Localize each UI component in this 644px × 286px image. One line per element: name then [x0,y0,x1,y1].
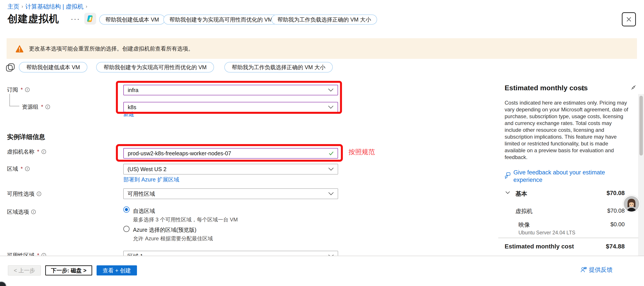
feedback-bubbles-icon [504,172,511,179]
required-asterisk: * [21,87,23,93]
cost-vm-label: 虚拟机 [516,207,532,215]
total-cost-label: Estimated monthly cost [504,243,574,250]
radio-self-desc: 最多选择 3 个可用性区域，每个区域一台 VM [133,216,238,223]
availability-zone-label: 可用性区域 [7,252,34,256]
warning-banner: 更改基本选项可能会重置所做的选择。创建虚拟机前查看所有选项。 [6,38,637,59]
region-label-row: 区域 * i [7,165,30,172]
radio-self-selected-zones[interactable] [123,206,130,213]
review-create-button[interactable]: 查看 + 创建 [96,265,137,275]
copilot-icon [86,15,94,23]
info-icon[interactable]: i [25,87,30,92]
info-icon[interactable]: i [25,166,30,171]
cost-basic-value: $70.08 [571,190,625,197]
annotation-rect-vm-name [116,144,343,162]
estimate-feedback-link[interactable]: Give feedback about your estimate experi… [514,169,621,184]
availability-options-value: 可用性区域 [128,190,328,197]
deploy-extended-zone-link[interactable]: 部署到 Azure 扩展区域 [123,176,179,183]
copilot-button[interactable] [84,13,96,25]
expand-basic-button[interactable] [505,191,510,195]
create-vm-page: { "breadcrumb": { "home": "主页", "section… [0,0,644,286]
info-icon[interactable]: i [42,149,46,154]
suggestion-pill2-high-availability[interactable]: 帮助我创建专为实现高可用性而优化的 VM [96,62,214,73]
collapse-panel-button[interactable] [631,85,636,91]
close-button[interactable] [622,12,636,26]
availability-zone-select[interactable]: 区域 1 [123,251,338,256]
required-asterisk: * [37,252,39,256]
instance-details-heading: 实例详细信息 [7,133,45,141]
tree-connector-vertical [10,94,10,106]
cost-basic-label: 基本 [516,190,527,198]
breadcrumb-separator: › [19,4,25,10]
breadcrumb-section[interactable]: 计算基础结构 | 虚拟机 [25,3,84,11]
subscription-label: 订阅 [7,86,18,93]
resource-group-label-row: 资源组 * i [22,103,50,111]
give-feedback-link[interactable]: 提供反馈 [589,266,612,274]
collapse-icon [631,85,636,90]
required-asterisk: * [37,148,39,155]
tree-connector-horizontal [10,106,19,106]
estimated-costs-title: Estimated monthly costs [504,84,588,92]
page-title: 创建虚拟机 [8,12,59,26]
suggestion-pill-right-size[interactable]: 帮助我为工作负载选择正确的 VM 大小 [271,15,377,25]
annotation-text: 按照规范 [348,148,375,157]
vm-name-label: 虚拟机名称 [7,148,34,155]
info-icon[interactable]: i [581,86,586,91]
vm-name-label-row: 虚拟机名称 * i [7,148,46,155]
region-value: (US) West US 2 [128,166,328,172]
required-asterisk: * [41,104,43,110]
chevron-down-icon [505,191,510,194]
info-icon[interactable]: i [37,192,41,196]
resource-group-label: 资源组 [22,103,38,111]
breadcrumb-home[interactable]: 主页 [8,3,19,11]
availability-options-select[interactable]: 可用性区域 [123,188,338,199]
total-cost-value: $74.88 [571,243,625,250]
next-disks-button[interactable]: 下一步: 磁盘 > [45,265,92,275]
avatar [624,196,639,211]
breadcrumb: 主页 › 计算基础结构 | 虚拟机 › [8,3,90,11]
info-icon[interactable]: i [31,209,36,214]
more-menu-button[interactable]: ··· [71,15,80,23]
availability-options-label: 可用性选项 [7,190,34,197]
radio-azure-label[interactable]: Azure 选择的区域(预览版) [133,226,196,233]
copilot-outline-icon [5,62,15,73]
availability-zone-value: 区域 1 [128,253,328,256]
suggestion-pill-high-availability[interactable]: 帮助我创建专为实现高可用性而优化的 VM [163,15,278,25]
subscription-label-row: 订阅 * i [7,86,30,93]
suggestion-pill2-right-size[interactable]: 帮助我为工作负载选择正确的 VM 大小 [224,62,333,73]
breadcrumb-separator: › [84,4,89,10]
cost-image-subtext: Ubuntu Server 24.04 LTS [518,230,575,236]
cost-vm-value: $70.08 [571,207,625,214]
region-label: 区域 [7,165,18,172]
zone-options-label-row: 区域选项 i [7,208,36,215]
estimate-feedback-row: Give feedback about your estimate experi… [504,169,628,184]
copilot-outline-button[interactable] [5,62,15,73]
close-icon [626,16,632,23]
info-icon[interactable]: i [42,253,46,256]
previous-button[interactable]: < 上一步 [8,265,41,275]
feedback-person-icon [580,267,587,273]
scrollbar-thumb[interactable] [640,96,643,156]
chevron-down-icon [328,167,334,171]
warning-text: 更改基本选项可能会重置所做的选择。创建虚拟机前查看所有选项。 [29,45,194,52]
give-feedback-row[interactable]: 提供反馈 [580,266,612,274]
availability-options-label-row: 可用性选项 i [7,190,41,197]
radio-self-label[interactable]: 自选区域 [133,207,155,215]
clipped-form-row: 可用性区域 * i 区域 1 [0,248,490,256]
suggestion-pill2-low-cost[interactable]: 帮助我创建低成本 VM [19,62,87,73]
required-asterisk: * [21,166,23,172]
avatar-illustration [624,196,639,211]
annotation-rect-subscription [116,81,342,114]
zone-options-label: 区域选项 [7,208,29,215]
chevron-down-icon [328,192,334,195]
cost-image-value: $0.00 [571,221,625,228]
availability-zone-label-row: 可用性区域 * i [7,252,46,256]
radio-azure-selected-zones[interactable] [123,226,130,232]
cost-image-label: 映像 [518,221,530,229]
info-icon[interactable]: i [46,105,50,109]
warning-icon [15,45,24,53]
region-select[interactable]: (US) West US 2 [123,164,338,174]
suggestion-pill-low-cost[interactable]: 帮助我创建低成本 VM [99,15,165,25]
radio-azure-desc: 允许 Azure 根据需要分配最佳区域 [133,235,213,242]
panel-divider [498,238,638,238]
estimated-costs-body: Costs indicated here are estimates only.… [504,99,629,161]
